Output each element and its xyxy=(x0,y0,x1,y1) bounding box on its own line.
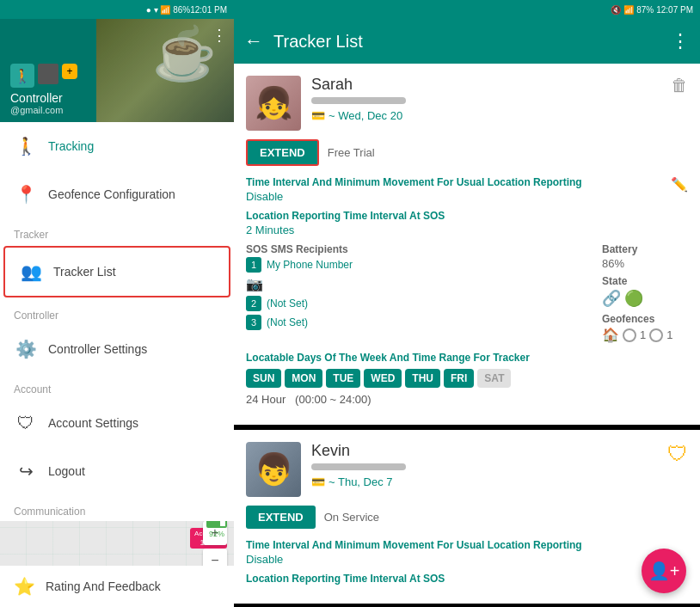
day-wed[interactable]: WED xyxy=(364,369,402,388)
profile-header: ☕ 🚶 + Controller @gmail.com ⋮ xyxy=(0,19,234,122)
map-area: Accuracy 1500 + − 🚶 92% ◎ ⭐ Rating And F… xyxy=(0,521,234,607)
sarah-locatable: Locatable Days Of The Week And Time Rang… xyxy=(246,352,688,406)
back-button[interactable]: ← xyxy=(244,30,263,52)
kevin-time-interval: Time Interval And Minimum Movement For U… xyxy=(246,539,688,566)
tracker-list-header: ← Tracker List ⋮ xyxy=(234,19,700,64)
header-title: Tracker List xyxy=(273,32,660,52)
rating-label: Rating And Feedback xyxy=(46,579,161,593)
state-active-icon: 🟢 xyxy=(624,289,643,308)
profile-icons: 🚶 + xyxy=(10,64,224,88)
sarah-extend-button[interactable]: EXTEND xyxy=(246,139,319,166)
day-mon[interactable]: MON xyxy=(285,369,322,388)
rating-icon: ⭐ xyxy=(14,576,35,597)
kevin-extend-button[interactable]: EXTEND xyxy=(246,506,316,529)
sarah-status-section: Battery 86% State 🔗 🟢 Geofences 🏠 1 1 xyxy=(602,243,688,343)
tracker-list-label: Tracker List xyxy=(53,265,116,279)
sarah-location-value: 2 Minutes xyxy=(246,224,688,236)
kevin-date: ~ Thu, Dec 7 xyxy=(329,475,393,488)
sidebar-item-tracker-list[interactable]: 👥 Tracker List xyxy=(3,246,230,297)
sarah-date: ~ Wed, Dec 20 xyxy=(329,109,402,122)
sarah-name: Sarah xyxy=(311,76,660,94)
geofence-circle-val: 1 xyxy=(640,328,646,341)
sarah-time-interval: Time Interval And Minimum Movement For U… xyxy=(246,176,688,203)
sarah-locatable-label: Locatable Days Of The Week And Time Rang… xyxy=(246,352,688,364)
kevin-phone-masked xyxy=(311,463,406,470)
geofence-circle xyxy=(623,328,636,342)
kevin-time-interval-label: Time Interval And Minimum Movement For U… xyxy=(246,539,688,551)
sarah-time-interval-label: Time Interval And Minimum Movement For U… xyxy=(246,176,582,188)
account-settings-label: Account Settings xyxy=(48,416,138,430)
sms-item-1: 1 My Phone Number xyxy=(246,257,585,273)
sidebar-item-logout[interactable]: ↪ Logout xyxy=(0,447,234,495)
day-sun[interactable]: SUN xyxy=(246,369,281,388)
day-sat[interactable]: SAT xyxy=(477,369,511,388)
tracker-card-sarah: 👧 Sarah 💳 ~ Wed, Dec 20 🗑 EXTEND Free Tr… xyxy=(234,64,700,425)
sidebar-item-controller-settings[interactable]: ⚙️ Controller Settings xyxy=(0,325,234,373)
kevin-card-icon: 💳 xyxy=(311,475,325,488)
profile-content: 🚶 + Controller @gmail.com xyxy=(0,57,234,122)
sarah-sms-section: SOS SMS Recipients 1 My Phone Number 📷 2… xyxy=(246,243,585,343)
geofence-icon: 📍 xyxy=(14,182,38,206)
account-settings-icon: 🛡 xyxy=(14,411,38,435)
sarah-card-icon: 💳 xyxy=(311,109,325,122)
sms-icon-row: 📷 xyxy=(246,276,585,292)
tracker-list-icon: 👥 xyxy=(19,260,43,284)
kevin-extend-row: EXTEND On Service xyxy=(246,506,688,529)
sarah-delete-button[interactable]: 🗑 xyxy=(671,76,688,95)
day-fri[interactable]: FRI xyxy=(444,369,474,388)
sms-num-3: 3 xyxy=(246,315,261,330)
profile-icon-yellow[interactable]: + xyxy=(62,64,77,79)
sarah-battery-label: Battery xyxy=(602,243,688,255)
section-communication: Communication xyxy=(0,495,234,521)
kevin-name: Kevin xyxy=(311,442,657,460)
sarah-info: Sarah 💳 ~ Wed, Dec 20 xyxy=(311,76,660,122)
sarah-geofence-icons: 🏠 1 1 xyxy=(602,327,688,343)
time-range-value: (00:00 ~ 24:00) xyxy=(295,393,371,406)
fab-icon: 👤+ xyxy=(648,561,680,581)
add-tracker-button[interactable]: 👤+ xyxy=(642,549,686,593)
sarah-edit-button[interactable]: ✏️ xyxy=(671,176,688,193)
kevin-avatar: 👦 xyxy=(246,442,301,497)
geofence-home-icon: 🏠 xyxy=(602,327,619,343)
sidebar-item-geofence[interactable]: 📍 Geofence Configuration xyxy=(0,170,234,218)
status-icons-left: ● ▾ 📶 86% xyxy=(146,5,190,15)
controller-settings-icon: ⚙️ xyxy=(14,337,38,361)
left-panel: ● ▾ 📶 86% 12:01 PM ☕ 🚶 + Controller @gma… xyxy=(0,0,234,607)
kevin-date-row: 💳 ~ Thu, Dec 7 xyxy=(311,475,657,488)
logout-icon: ↪ xyxy=(14,459,38,483)
tracking-icon: 🚶 xyxy=(14,134,38,158)
sarah-two-col: SOS SMS Recipients 1 My Phone Number 📷 2… xyxy=(246,243,688,343)
sms-num-2: 2 xyxy=(246,296,261,311)
kevin-location-label: Location Reporting Time Interval At SOS xyxy=(246,573,688,585)
geofence-slash-val: 1 xyxy=(666,328,672,341)
kevin-time-interval-value: Disable xyxy=(246,553,688,566)
kevin-location-reporting: Location Reporting Time Interval At SOS xyxy=(246,573,688,585)
profile-more-icon[interactable]: ⋮ xyxy=(212,26,227,45)
wifi-icon: 📶 xyxy=(623,5,634,15)
sarah-geofences-label: Geofences xyxy=(602,313,688,325)
profile-icon-teal: 🚶 xyxy=(10,64,34,88)
sidebar-item-account-settings[interactable]: 🛡 Account Settings xyxy=(0,399,234,447)
kevin-info: Kevin 💳 ~ Thu, Dec 7 xyxy=(311,442,657,488)
profile-email: @gmail.com xyxy=(10,105,224,115)
battery-percent-map: 92% xyxy=(209,530,224,538)
sidebar-item-tracking[interactable]: 🚶 Tracking xyxy=(0,122,234,170)
section-tracker: Tracker xyxy=(0,218,234,244)
header-more-button[interactable]: ⋮ xyxy=(671,30,690,52)
sarah-battery-val: 86% xyxy=(602,257,688,270)
sarah-extend-row: EXTEND Free Trial xyxy=(246,139,688,166)
sarah-sms-label: SOS SMS Recipients xyxy=(246,243,585,255)
sidebar-item-rating[interactable]: ⭐ Rating And Feedback xyxy=(0,566,234,607)
profile-icon-photo xyxy=(38,64,58,84)
profile-name: Controller xyxy=(10,91,224,105)
day-tue[interactable]: TUE xyxy=(326,369,360,388)
controller-settings-label: Controller Settings xyxy=(48,342,147,356)
section-controller: Controller xyxy=(0,299,234,325)
sarah-avatar: 👧 xyxy=(246,76,301,131)
day-thu[interactable]: THU xyxy=(405,369,440,388)
sms-item-2: 2 (Not Set) xyxy=(246,296,585,311)
kevin-service-label: On Service xyxy=(324,511,379,524)
mute-icon: 🔇 xyxy=(611,5,621,15)
sms-text-3: (Not Set) xyxy=(267,316,308,328)
sarah-days-row: SUN MON TUE WED THU FRI SAT xyxy=(246,369,688,388)
